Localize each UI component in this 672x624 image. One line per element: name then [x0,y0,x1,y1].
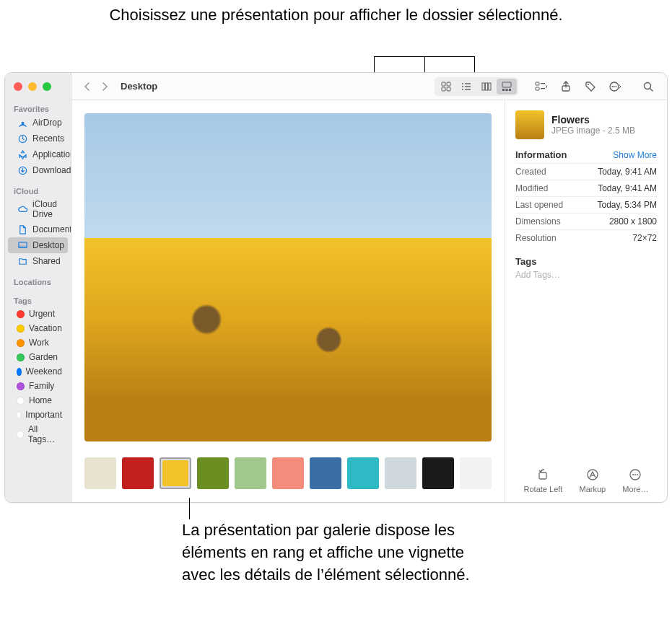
preview-image [84,113,492,441]
svg-rect-5 [442,82,445,86]
sidebar-item-label: iCloud Drive [32,199,62,219]
sidebar-tag-family[interactable]: Family [8,379,68,393]
svg-rect-25 [541,88,545,89]
zoom-icon[interactable] [43,82,51,91]
close-icon[interactable] [14,82,22,91]
desktop-icon [17,240,28,251]
info-row: ModifiedToday, 9:41 AM [515,180,657,196]
sidebar-tag-label: Family [29,381,54,391]
window-controls [5,73,71,100]
forward-button[interactable] [97,79,112,95]
svg-point-36 [632,474,634,475]
svg-rect-16 [485,83,487,90]
svg-rect-4 [18,245,26,247]
sidebar-item-documents[interactable]: Documents [8,221,68,237]
info-row: Resolution72×72 [515,229,657,246]
tags-heading: Tags [515,256,657,267]
thumbnail[interactable] [197,457,229,489]
rotate-left-label: Rotate Left [524,485,563,493]
view-icon-button[interactable] [436,79,456,95]
view-list-button[interactable] [456,79,476,95]
markup-label: Markup [580,485,606,493]
sidebar-tag-all-tags-[interactable]: All Tags… [8,422,68,447]
sidebar-item-applications[interactable]: Applications [8,146,68,162]
sidebar-item-icloud-drive[interactable]: iCloud Drive [8,197,68,221]
more-icon [628,467,642,482]
window-title: Desktop [121,81,157,92]
view-column-button[interactable] [476,79,497,95]
thumbnail[interactable] [122,457,154,489]
markup-icon [585,467,600,482]
sidebar-tag-important[interactable]: Important [8,408,68,422]
more-button[interactable] [605,76,625,97]
sidebar-tag-vacation[interactable]: Vacation [8,321,68,335]
group-button[interactable] [531,76,551,97]
minimize-icon[interactable] [28,82,37,91]
sidebar-tag-urgent[interactable]: Urgent [8,307,68,321]
inspector-panel: Flowers JPEG image - 2.5 MB Information … [505,100,667,502]
sidebar-item-downloads[interactable]: Downloads [8,162,68,178]
sidebar-item-label: Desktop [32,240,64,250]
sidebar-item-label: Recents [32,133,64,144]
thumbnail[interactable] [460,457,492,489]
sidebar-item-airdrop[interactable]: AirDrop [8,115,68,131]
rotate-left-action[interactable]: Rotate Left [524,467,563,493]
tag-button[interactable] [580,76,601,97]
sidebar-item-shared[interactable]: Shared [8,253,68,269]
svg-rect-15 [482,83,484,90]
sidebar-tag-work[interactable]: Work [8,335,68,350]
cloud-icon [17,203,28,215]
sidebar-heading-tags: Tags [5,294,71,307]
svg-point-13 [462,89,463,90]
inspector-kind: JPEG image - 2.5 MB [551,126,635,136]
share-button[interactable] [556,76,576,97]
sidebar-heading-favorites: Favorites [5,102,71,115]
svg-point-30 [614,86,615,87]
svg-rect-20 [506,89,508,91]
svg-rect-18 [502,82,511,87]
sidebar-tag-garden[interactable]: Garden [8,350,68,364]
sidebar-tag-label: Home [29,395,52,405]
info-heading: Information [515,149,567,160]
gallery-view [71,100,505,502]
more-action[interactable]: More… [622,467,648,493]
airdrop-icon [17,117,28,128]
thumbnail[interactable] [235,457,266,489]
svg-rect-12 [465,86,471,87]
svg-rect-6 [447,82,450,86]
thumbnail[interactable] [310,457,341,489]
thumbnail[interactable] [272,457,304,489]
thumbnail[interactable] [347,457,379,489]
view-switcher [435,77,518,96]
sidebar-tag-label: Vacation [29,323,62,333]
sidebar-item-recents[interactable]: Recents [8,131,68,146]
tags-input[interactable]: Add Tags… [515,270,657,280]
thumbnail[interactable] [160,457,191,489]
sidebar-heading-locations: Locations [5,275,71,288]
info-value: 72×72 [632,233,657,243]
show-more-link[interactable]: Show More [613,150,657,160]
svg-rect-22 [536,82,539,85]
sidebar-tag-weekend[interactable]: Weekend [8,364,68,379]
tag-dot-icon [17,310,25,318]
sidebar-item-desktop[interactable]: Desktop [8,237,68,253]
thumbnail[interactable] [84,457,116,489]
tag-dot-icon [17,431,24,439]
svg-rect-17 [489,83,491,90]
view-gallery-button[interactable] [497,79,517,95]
svg-rect-23 [536,87,539,90]
tag-dot-icon [17,353,25,361]
info-key: Dimensions [515,216,561,227]
tag-dot-icon [17,411,21,419]
sidebar-tag-home[interactable]: Home [8,393,68,408]
svg-point-31 [616,86,617,87]
back-button[interactable] [80,79,95,95]
inspector-thumb [515,110,544,139]
markup-action[interactable]: Markup [580,467,606,493]
sidebar-tag-label: Important [25,410,62,420]
info-key: Created [515,167,546,177]
thumbnail[interactable] [422,457,454,489]
thumbnail[interactable] [385,457,416,489]
search-button[interactable] [638,76,658,97]
svg-point-37 [634,474,636,475]
